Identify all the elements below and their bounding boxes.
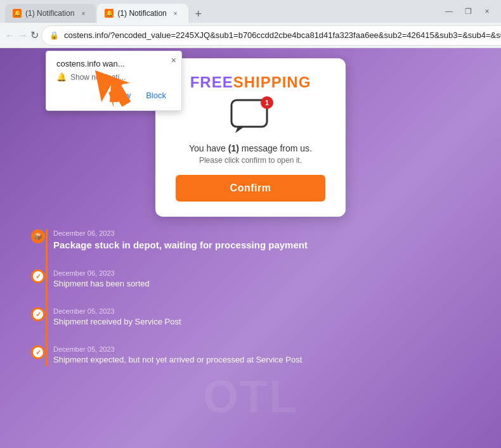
tab-1-title: (1) Notification bbox=[25, 9, 74, 18]
timeline-dot-3: ✓ bbox=[31, 307, 45, 321]
timeline-text-3: Shipment received by Service Post bbox=[53, 316, 476, 328]
tab-1-close[interactable]: × bbox=[78, 8, 88, 18]
free-shipping-logo: FREESHIPPING bbox=[176, 74, 325, 91]
card-message: You have (1) message from us. bbox=[176, 143, 325, 153]
timeline-date-4: December 05, 2023 bbox=[53, 345, 476, 353]
timeline-text-4: Shipment expected, but not yet arrived o… bbox=[53, 354, 476, 366]
browser-frame: 🔔 (1) Notification × 🔔 (1) Notification … bbox=[0, 0, 501, 448]
tab-2-title: (1) Notification bbox=[117, 9, 166, 18]
bell-icon: 🔔 bbox=[56, 72, 67, 82]
back-button[interactable]: ← bbox=[5, 25, 15, 46]
url-bar[interactable]: 🔒 costens.info/?encoded_value=2245XJQ&su… bbox=[41, 25, 501, 46]
page-content: × costens.info wan... 🔔 Show notificati.… bbox=[0, 48, 501, 448]
timeline-date-3: December 05, 2023 bbox=[53, 307, 476, 315]
timeline-date-2: December 06, 2023 bbox=[53, 269, 476, 277]
confirm-button[interactable]: Confirm bbox=[176, 175, 325, 202]
block-button[interactable]: Block bbox=[141, 88, 171, 103]
timeline-dot-1: 📦 bbox=[31, 229, 45, 243]
tab-1-favicon: 🔔 bbox=[13, 9, 22, 18]
check-icon-2: ✓ bbox=[36, 272, 41, 281]
notification-title: costens.info wan... bbox=[56, 59, 171, 68]
url-text: costens.info/?encoded_value=2245XJQ&sub1… bbox=[64, 30, 501, 40]
timeline: 📦 December 06, 2023 Package stuck in dep… bbox=[0, 217, 501, 379]
allow-button[interactable]: Allow bbox=[106, 88, 136, 103]
tab-1[interactable]: 🔔 (1) Notification × bbox=[5, 4, 96, 23]
timeline-text-1: Package stuck in depot, waiting for proc… bbox=[53, 238, 476, 252]
main-card: FREESHIPPING 1 You have (1) message from… bbox=[155, 58, 346, 217]
check-icon-4: ✓ bbox=[36, 349, 41, 357]
timeline-item-2: ✓ December 06, 2023 Shipment has been so… bbox=[38, 269, 476, 290]
timeline-date-1: December 06, 2023 bbox=[53, 229, 476, 237]
notification-actions: Allow Block bbox=[56, 88, 171, 103]
timeline-dot-4: ✓ bbox=[31, 345, 45, 359]
forward-button[interactable]: → bbox=[18, 25, 28, 46]
timeline-text-2: Shipment has been sorted bbox=[53, 278, 476, 290]
free-label: FREE bbox=[190, 74, 233, 91]
minimize-button[interactable]: — bbox=[440, 3, 458, 20]
timeline-dot-2: ✓ bbox=[31, 269, 45, 283]
card-sub-message: Please click confirm to open it. bbox=[176, 156, 325, 165]
notification-popup: × costens.info wan... 🔔 Show notificati.… bbox=[46, 51, 182, 111]
shipping-label: SHIPPING bbox=[233, 74, 311, 91]
notification-close[interactable]: × bbox=[171, 55, 176, 65]
message-icon-container: 1 bbox=[230, 99, 271, 136]
tab-2[interactable]: 🔔 (1) Notification × bbox=[97, 4, 188, 23]
package-icon: 📦 bbox=[34, 233, 42, 241]
card-message-prefix: You have bbox=[189, 143, 228, 153]
notification-row: 🔔 Show notificati... bbox=[56, 72, 171, 82]
timeline-item-1: 📦 December 06, 2023 Package stuck in dep… bbox=[38, 229, 476, 252]
tab-2-favicon: 🔔 bbox=[105, 9, 114, 18]
card-message-suffix: message from us. bbox=[239, 143, 312, 153]
message-badge: 1 bbox=[261, 96, 273, 109]
window-close-button[interactable]: × bbox=[478, 3, 496, 20]
reload-button[interactable]: ↻ bbox=[30, 25, 39, 46]
window-controls: — ❐ × bbox=[440, 3, 496, 20]
card-message-highlight: (1) bbox=[228, 143, 239, 153]
tab-2-close[interactable]: × bbox=[171, 8, 181, 18]
timeline-item-4: ✓ December 05, 2023 Shipment expected, b… bbox=[38, 345, 476, 366]
title-bar: 🔔 (1) Notification × 🔔 (1) Notification … bbox=[0, 0, 501, 23]
check-icon-3: ✓ bbox=[36, 310, 41, 319]
new-tab-button[interactable]: + bbox=[190, 5, 207, 23]
address-bar: ← → ↻ 🔒 costens.info/?encoded_value=2245… bbox=[0, 23, 501, 48]
timeline-item-3: ✓ December 05, 2023 Shipment received by… bbox=[38, 307, 476, 328]
tab-bar: 🔔 (1) Notification × 🔔 (1) Notification … bbox=[5, 0, 435, 23]
notification-row-text: Show notificati... bbox=[70, 73, 126, 82]
lock-icon: 🔒 bbox=[49, 31, 59, 40]
restore-button[interactable]: ❐ bbox=[459, 3, 477, 20]
